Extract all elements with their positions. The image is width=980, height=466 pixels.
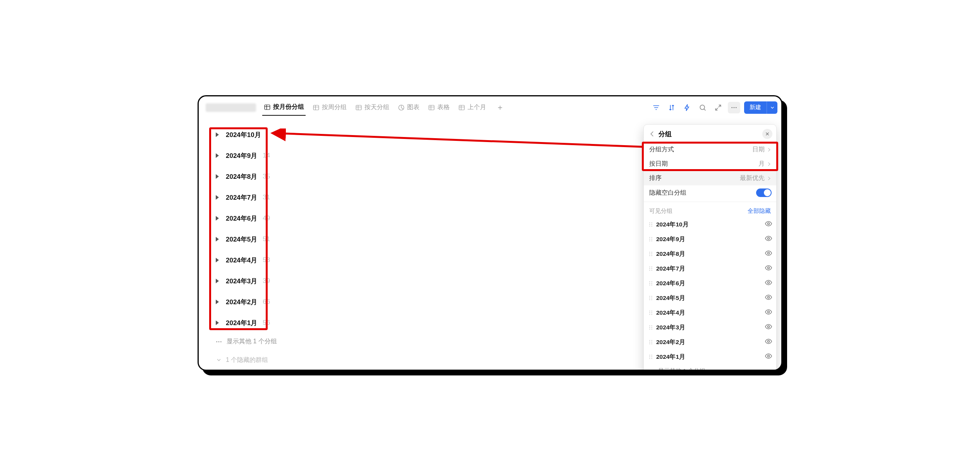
hidden-groups-label: 1 个隐藏的群组 bbox=[226, 356, 268, 364]
automation-button[interactable] bbox=[681, 102, 693, 113]
svg-point-33 bbox=[649, 268, 650, 269]
group-count: 39 bbox=[263, 277, 270, 285]
new-button[interactable]: 新建 bbox=[744, 101, 777, 114]
group-count: 35 bbox=[263, 173, 270, 180]
drag-handle-icon[interactable] bbox=[647, 295, 655, 301]
item-label: 2024年6月 bbox=[656, 279, 685, 288]
svg-point-26 bbox=[649, 254, 650, 254]
visible-group-item[interactable]: 2024年2月 bbox=[644, 335, 776, 350]
toolbar: 按月份分组 按周分组 按天分组 图表 bbox=[199, 96, 781, 119]
tab-label: 上个月 bbox=[468, 103, 486, 111]
visible-group-item[interactable]: 2024年9月 bbox=[644, 232, 776, 247]
item-label: 2024年7月 bbox=[656, 265, 685, 273]
drag-handle-icon[interactable] bbox=[647, 354, 655, 360]
svg-point-79 bbox=[768, 355, 770, 357]
drag-handle-icon[interactable] bbox=[647, 325, 655, 330]
svg-rect-0 bbox=[265, 105, 270, 110]
visibility-toggle[interactable] bbox=[765, 235, 772, 244]
back-button[interactable] bbox=[647, 128, 658, 139]
group-name: 2024年7月 bbox=[226, 193, 257, 202]
visibility-toggle[interactable] bbox=[765, 293, 772, 303]
group-by-row[interactable]: 分组方式 日期 bbox=[644, 142, 776, 157]
panel-show-more-label: 显示其他 1 个分组 bbox=[658, 367, 705, 371]
item-label: 2024年4月 bbox=[656, 309, 685, 317]
new-button-label: 新建 bbox=[744, 104, 767, 111]
svg-point-47 bbox=[649, 298, 650, 298]
svg-point-50 bbox=[651, 299, 652, 300]
tab-by-day[interactable]: 按天分组 bbox=[354, 100, 391, 115]
hide-empty-row[interactable]: 隐藏空白分组 bbox=[644, 185, 776, 200]
add-view-button[interactable]: ＋ bbox=[495, 102, 505, 113]
item-label: 2024年9月 bbox=[656, 235, 685, 243]
toggle-switch[interactable] bbox=[756, 188, 772, 197]
tab-by-week[interactable]: 按周分组 bbox=[311, 100, 348, 115]
disclosure-triangle-icon[interactable] bbox=[216, 237, 219, 242]
svg-point-11 bbox=[651, 222, 652, 223]
drag-handle-icon[interactable] bbox=[647, 222, 655, 227]
visible-group-item[interactable]: 2024年7月 bbox=[644, 261, 776, 276]
svg-point-35 bbox=[649, 270, 650, 271]
hide-all-button[interactable]: 全部隐藏 bbox=[748, 207, 771, 215]
visibility-toggle[interactable] bbox=[765, 220, 772, 229]
drag-handle-icon[interactable] bbox=[647, 251, 655, 257]
disclosure-triangle-icon[interactable] bbox=[216, 195, 219, 200]
close-button[interactable] bbox=[762, 129, 772, 139]
disclosure-triangle-icon[interactable] bbox=[216, 132, 219, 137]
disclosure-triangle-icon[interactable] bbox=[216, 216, 219, 221]
drag-handle-icon[interactable] bbox=[647, 339, 655, 345]
svg-point-56 bbox=[649, 314, 650, 315]
visible-group-item[interactable]: 2024年8月 bbox=[644, 247, 776, 261]
visibility-toggle[interactable] bbox=[765, 352, 772, 361]
item-label: 2024年8月 bbox=[656, 250, 685, 258]
disclosure-triangle-icon[interactable] bbox=[216, 174, 219, 179]
drag-handle-icon[interactable] bbox=[647, 310, 655, 315]
visible-group-item[interactable]: 2024年1月 bbox=[644, 350, 776, 364]
tab-table[interactable]: 表格 bbox=[426, 100, 451, 115]
tab-last-month[interactable]: 上个月 bbox=[457, 100, 488, 115]
visibility-toggle[interactable] bbox=[765, 279, 772, 288]
svg-point-21 bbox=[649, 240, 650, 241]
drag-handle-icon[interactable] bbox=[647, 281, 655, 286]
visibility-toggle[interactable] bbox=[765, 249, 772, 259]
disclosure-triangle-icon[interactable] bbox=[216, 300, 219, 304]
disclosure-triangle-icon[interactable] bbox=[216, 279, 219, 283]
sort-button[interactable] bbox=[666, 102, 677, 113]
filter-button[interactable] bbox=[650, 102, 662, 113]
group-name: 2024年8月 bbox=[226, 172, 257, 181]
visibility-toggle[interactable] bbox=[765, 338, 772, 347]
visibility-toggle[interactable] bbox=[765, 308, 772, 317]
drag-handle-icon[interactable] bbox=[647, 236, 655, 242]
table-icon bbox=[428, 104, 435, 111]
new-button-dropdown[interactable] bbox=[767, 101, 777, 114]
disclosure-triangle-icon[interactable] bbox=[216, 258, 219, 262]
search-button[interactable] bbox=[697, 102, 708, 113]
visible-group-item[interactable]: 2024年5月 bbox=[644, 291, 776, 305]
svg-point-13 bbox=[651, 224, 652, 225]
svg-point-55 bbox=[651, 312, 652, 313]
tab-chart[interactable]: 图表 bbox=[396, 100, 421, 115]
visibility-toggle[interactable] bbox=[765, 264, 772, 273]
svg-point-23 bbox=[768, 238, 770, 240]
visible-group-item[interactable]: 2024年10月 bbox=[644, 217, 776, 232]
group-name: 2024年4月 bbox=[226, 256, 257, 265]
visible-group-item[interactable]: 2024年3月 bbox=[644, 320, 776, 335]
svg-point-42 bbox=[649, 284, 650, 285]
svg-point-63 bbox=[649, 329, 650, 329]
expand-button[interactable] bbox=[712, 102, 724, 113]
more-options-button[interactable] bbox=[728, 102, 740, 113]
visibility-toggle[interactable] bbox=[765, 323, 772, 332]
sort-row[interactable]: 排序 最新优先 bbox=[644, 171, 776, 185]
tab-by-month[interactable]: 按月份分组 bbox=[262, 100, 306, 116]
visible-group-item[interactable]: 2024年4月 bbox=[644, 305, 776, 320]
svg-point-17 bbox=[649, 237, 650, 238]
item-label: 2024年3月 bbox=[656, 324, 685, 332]
by-date-row[interactable]: 按日期 月 bbox=[644, 157, 776, 171]
visible-group-item[interactable]: 2024年6月 bbox=[644, 276, 776, 291]
disclosure-triangle-icon[interactable] bbox=[216, 320, 219, 325]
disclosure-triangle-icon[interactable] bbox=[216, 153, 219, 158]
svg-rect-4 bbox=[429, 105, 434, 110]
svg-point-32 bbox=[651, 266, 652, 267]
svg-point-31 bbox=[649, 266, 650, 267]
drag-handle-icon[interactable] bbox=[647, 266, 655, 271]
panel-show-more[interactable]: ⋯ 显示其他 1 个分组 bbox=[644, 364, 776, 371]
